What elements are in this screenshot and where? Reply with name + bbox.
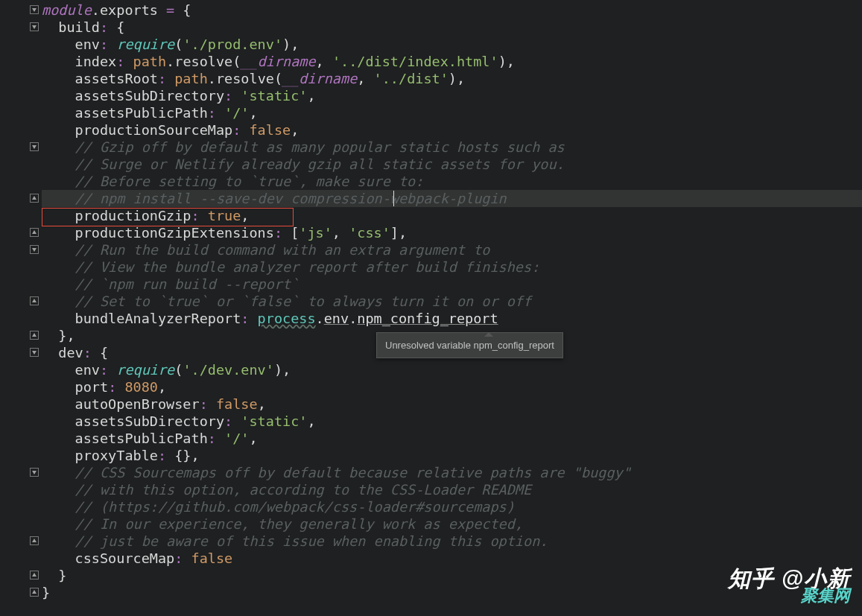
code-line[interactable]: // View the bundle analyzer report after… xyxy=(42,258,862,276)
fold-collapse-icon[interactable] xyxy=(30,468,39,477)
code-line[interactable]: // In our experience, they generally wor… xyxy=(42,515,862,533)
code-line[interactable]: assetsSubDirectory: 'static', xyxy=(42,413,862,430)
code-editor[interactable]: module.exports = { build: { env: require… xyxy=(0,0,862,616)
fold-collapse-icon[interactable] xyxy=(30,22,39,31)
fold-expand-icon[interactable] xyxy=(30,588,39,597)
inspection-tooltip: Unresolved variable npm_config_report xyxy=(376,332,563,358)
fold-collapse-icon[interactable] xyxy=(30,348,39,357)
code-line[interactable]: // Set to `true` or `false` to always tu… xyxy=(42,293,862,310)
fold-collapse-icon[interactable] xyxy=(30,245,39,254)
code-line[interactable]: // just be aware of this issue when enab… xyxy=(42,533,862,550)
code-line[interactable]: // `npm run build --report` xyxy=(42,276,862,293)
code-line[interactable]: productionGzipExtensions: ['js', 'css'], xyxy=(42,224,862,241)
code-line[interactable]: // Run the build command with an extra a… xyxy=(42,241,862,258)
fold-expand-icon[interactable] xyxy=(30,331,39,340)
code-line[interactable]: proxyTable: {}, xyxy=(42,447,862,464)
code-line[interactable]: assetsSubDirectory: 'static', xyxy=(42,87,862,104)
code-line[interactable]: // with this option, according to the CS… xyxy=(42,481,862,498)
fold-expand-icon[interactable] xyxy=(30,571,39,580)
code-line[interactable]: assetsPublicPath: '/', xyxy=(42,104,862,121)
watermark: 知乎 @小新 聚集网 xyxy=(728,570,850,604)
fold-expand-icon[interactable] xyxy=(30,296,39,305)
code-line[interactable]: assetsRoot: path.resolve(__dirname, '../… xyxy=(42,70,862,87)
code-line[interactable]: // npm install --save-dev compression-we… xyxy=(42,190,862,207)
fold-collapse-icon[interactable] xyxy=(30,5,39,14)
code-line[interactable]: // (https://github.com/webpack/css-loade… xyxy=(42,498,862,515)
code-line[interactable]: index: path.resolve(__dirname, '../dist/… xyxy=(42,53,862,70)
highlight-box xyxy=(42,208,294,226)
code-line[interactable]: // Gzip off by default as many popular s… xyxy=(42,139,862,156)
watermark-line1: 知乎 @小新 xyxy=(728,570,850,587)
code-line[interactable]: build: { xyxy=(42,19,862,36)
fold-expand-icon[interactable] xyxy=(30,228,39,237)
tooltip-text: Unresolved variable npm_config_report xyxy=(385,340,554,351)
code-line[interactable]: cssSourceMap: false xyxy=(42,550,862,567)
code-line[interactable]: env: require('./prod.env'), xyxy=(42,36,862,53)
code-line[interactable]: module.exports = { xyxy=(42,1,862,19)
gutter xyxy=(0,0,40,616)
code-line[interactable]: productionSourceMap: false, xyxy=(42,121,862,139)
code-line[interactable]: bundleAnalyzerReport: process.env.npm_co… xyxy=(42,310,862,327)
code-line[interactable]: autoOpenBrowser: false, xyxy=(42,396,862,413)
code-line[interactable]: // Surge or Netlify already gzip all sta… xyxy=(42,156,862,173)
code-line[interactable]: // CSS Sourcemaps off by default because… xyxy=(42,464,862,481)
code-line[interactable]: env: require('./dev.env'), xyxy=(42,361,862,378)
code-line[interactable]: port: 8080, xyxy=(42,378,862,396)
fold-expand-icon[interactable] xyxy=(30,194,39,203)
code-line[interactable]: // Before setting to `true`, make sure t… xyxy=(42,173,862,190)
code-line[interactable]: assetsPublicPath: '/', xyxy=(42,430,862,447)
fold-expand-icon[interactable] xyxy=(30,536,39,545)
code-area[interactable]: module.exports = { build: { env: require… xyxy=(42,1,862,601)
fold-collapse-icon[interactable] xyxy=(30,142,39,151)
text-caret xyxy=(393,191,394,206)
